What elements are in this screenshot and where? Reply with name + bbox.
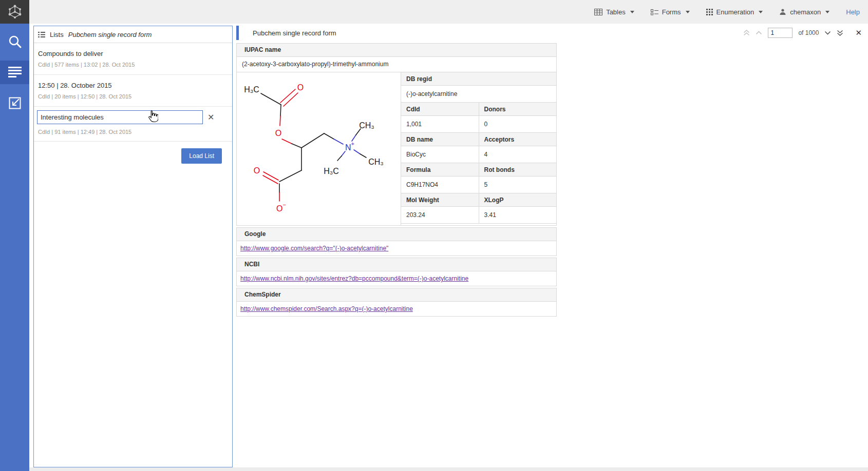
horizontal-scrollbar[interactable] — [29, 467, 868, 471]
prop-label-xlogp: XLogP — [479, 193, 557, 207]
user-icon — [779, 8, 786, 15]
link-section-header-google: Google — [236, 227, 557, 241]
load-list-row: Load List — [34, 142, 232, 170]
molecule-logo-icon — [6, 4, 24, 20]
molecule-structure: H₃C O O N+ CH₃ CH₃ H₃C O O− — [238, 73, 400, 225]
menu-user-label: chemaxon — [790, 8, 821, 16]
chevron-down-icon — [824, 31, 831, 35]
menu-tables[interactable]: Tables — [594, 8, 634, 16]
sidebar — [0, 24, 29, 471]
caret-down-icon — [825, 11, 829, 13]
record-count-label: of 1000 — [798, 29, 819, 36]
google-search-link[interactable]: http://www.google.com/search?q="(-)o-ace… — [240, 245, 388, 252]
menu-forms[interactable]: Forms — [651, 8, 690, 16]
lists-panel-title: Lists — [50, 31, 64, 38]
prop-label-acceptors: Acceptors — [479, 133, 557, 146]
prop-value-xlogp: 3.41 — [479, 207, 557, 224]
forms-icon — [651, 9, 658, 15]
list-item-editing[interactable]: ✕ CdId | 91 items | 12:49 | 28. Oct 2015 — [34, 107, 232, 142]
help-link[interactable]: Help — [846, 8, 860, 16]
list-item[interactable]: 12:50 | 28. October 2015 CdId | 20 items… — [34, 75, 232, 107]
sidebar-item-lists[interactable] — [0, 61, 29, 84]
search-icon — [7, 34, 23, 49]
properties-table: DB regid (-)o-acetylcarnitine CdId Donor… — [401, 72, 556, 225]
link-row: http://www.ncbi.nlm.nih.gov/sites/entrez… — [236, 271, 557, 286]
list-item-meta: CdId | 91 items | 12:49 | 28. Oct 2015 — [37, 129, 228, 135]
last-record-button[interactable] — [837, 30, 843, 36]
record-form: IUPAC name (2-acetoxy-3-carboxylato-prop… — [236, 43, 557, 317]
tables-icon — [594, 9, 602, 15]
caret-down-icon — [686, 11, 690, 13]
menu-enumeration[interactable]: Enumeration — [706, 8, 763, 16]
prop-label-cdid: CdId — [401, 103, 479, 116]
clear-edit-icon[interactable]: ✕ — [207, 113, 214, 122]
prop-value-formula: C9H17NO4 — [401, 176, 479, 193]
app-logo[interactable] — [0, 0, 29, 24]
list-item-meta: CdId | 20 items | 12:50 | 28. Oct 2015 — [38, 93, 228, 100]
prop-label-rot-bonds: Rot bonds — [479, 163, 557, 176]
atom-label-carboxylate-o: O− — [276, 202, 286, 213]
menu-user[interactable]: chemaxon — [779, 8, 829, 16]
lists-panel-subtitle: Pubchem single record form — [68, 31, 152, 38]
iupac-name-header: IUPAC name — [236, 43, 557, 57]
list-name-input[interactable] — [37, 110, 203, 124]
prop-value-rot-bonds: 5 — [479, 176, 557, 193]
list-item[interactable]: Compounds to deliver CdId | 577 items | … — [34, 43, 232, 75]
sidebar-item-search[interactable] — [0, 30, 29, 53]
prop-label-db-regid: DB regid — [401, 72, 556, 86]
atom-label-ch3-right: CH₃ — [368, 157, 384, 166]
structure-cell[interactable]: H₃C O O N+ CH₃ CH₃ H₃C O O− — [237, 72, 401, 225]
load-list-button[interactable]: Load List — [181, 148, 222, 164]
form-panel-header: Pubchem single record form of 1000 — [236, 26, 868, 40]
prop-label-mol-weight: Mol Weight — [401, 193, 479, 207]
menu-enumeration-label: Enumeration — [716, 8, 754, 16]
atom-label-ch3-top: CH₃ — [359, 121, 374, 129]
next-record-button[interactable] — [824, 31, 831, 35]
list-icon — [38, 32, 45, 37]
list-rename-row: ✕ — [37, 110, 228, 124]
link-row: http://www.google.com/search?q="(-)o-ace… — [236, 241, 557, 256]
list-item-title: Compounds to deliver — [38, 50, 228, 57]
lists-panel: Lists Pubchem single record form Compoun… — [33, 26, 233, 467]
form-title: Pubchem single record form — [253, 29, 336, 37]
export-icon — [8, 96, 22, 110]
record-number-input[interactable] — [768, 28, 792, 38]
link-section-header-chemspider: ChemSpider — [236, 288, 557, 302]
atom-label-ch3-left: H₃C — [324, 166, 339, 175]
chemspider-search-link[interactable]: http://www.chemspider.com/Search.aspx?q=… — [240, 305, 413, 312]
prop-value-mol-weight: 203.24 — [401, 207, 479, 224]
first-record-button[interactable] — [743, 30, 750, 36]
topbar: Tables Forms Enumeration — [0, 0, 868, 24]
list-item-meta: CdId | 577 items | 13:02 | 28. Oct 2015 — [38, 62, 228, 68]
atom-label-carbonyl-o: O — [297, 83, 303, 91]
double-chevron-up-icon — [743, 30, 750, 36]
prop-label-db-name: DB name — [401, 133, 479, 146]
close-form-button[interactable]: ✕ — [855, 28, 862, 37]
menu-forms-label: Forms — [662, 8, 681, 16]
double-chevron-down-icon — [837, 30, 843, 36]
ncbi-search-link[interactable]: http://www.ncbi.nlm.nih.gov/sites/entrez… — [240, 275, 468, 282]
topbar-menu: Tables Forms Enumeration — [594, 0, 860, 24]
prop-value-acceptors: 4 — [479, 146, 557, 163]
chevron-up-icon — [756, 31, 762, 35]
prop-value-db-name: BioCyc — [401, 146, 479, 163]
record-pagination: of 1000 ✕ — [743, 26, 862, 40]
sidebar-item-export[interactable] — [0, 91, 29, 115]
prop-label-formula: Formula — [401, 163, 479, 176]
caret-down-icon — [630, 11, 634, 13]
form-panel: Pubchem single record form of 1000 — [236, 26, 868, 467]
previous-record-button[interactable] — [756, 31, 762, 35]
atom-label-nitrogen: N+ — [345, 141, 354, 152]
menu-tables-label: Tables — [606, 8, 626, 16]
caret-down-icon — [759, 11, 763, 13]
prop-value-donors: 0 — [479, 116, 557, 133]
prop-label-donors: Donors — [479, 103, 557, 116]
prop-value-cdid: 1,001 — [401, 116, 479, 133]
lists-icon — [8, 67, 22, 78]
link-section-header-ncbi: NCBI — [236, 258, 557, 271]
lists-panel-header: Lists Pubchem single record form — [34, 26, 232, 43]
list-item-title: 12:50 | 28. October 2015 — [38, 82, 228, 89]
atom-label-acetyl-ch3: H₃C — [244, 85, 259, 93]
structure-and-properties: H₃C O O N+ CH₃ CH₃ H₃C O O− DB regid (-)… — [236, 72, 557, 226]
panel-accent-bar — [236, 26, 239, 40]
